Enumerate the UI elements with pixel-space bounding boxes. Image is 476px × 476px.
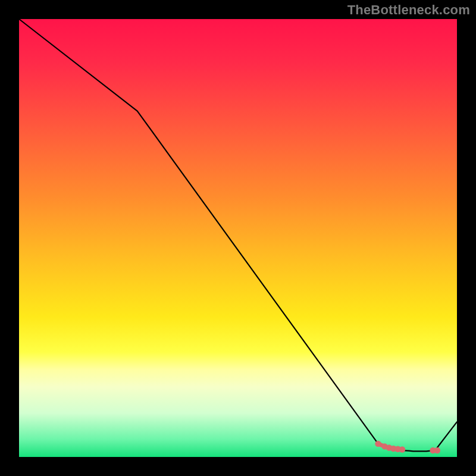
chart-layer — [19, 19, 457, 453]
marker-dot — [434, 447, 440, 453]
chart-frame: TheBottleneck.com — [0, 0, 476, 476]
marker-dot — [375, 441, 381, 447]
data-markers — [375, 441, 440, 453]
chart-svg — [19, 19, 457, 457]
data-line — [19, 19, 457, 451]
plot-area — [19, 19, 457, 457]
attribution-text: TheBottleneck.com — [347, 2, 470, 18]
marker-dot — [399, 446, 405, 452]
